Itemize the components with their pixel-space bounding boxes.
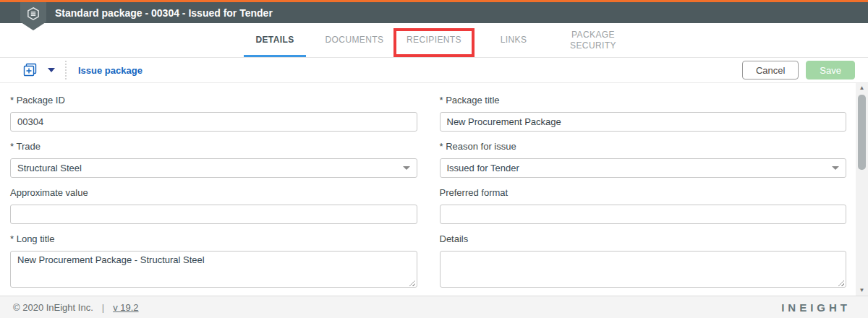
version-link[interactable]: v 19.2 — [113, 302, 138, 313]
tab-details[interactable]: DETAILS — [235, 23, 315, 57]
tab-recipients[interactable]: RECIPIENTS — [394, 23, 474, 57]
tab-links-label: LINKS — [501, 35, 527, 46]
details-label: Details — [440, 233, 847, 244]
chevron-down-icon — [832, 166, 839, 170]
preferred-format-label: Preferred format — [440, 187, 847, 198]
scroll-down-icon[interactable]: ▼ — [859, 285, 865, 296]
titlebar: Standard package - 00304 - Issued for Te… — [0, 2, 868, 23]
scrollbar-thumb[interactable] — [858, 95, 866, 170]
package-id-label: * Package ID — [10, 95, 417, 106]
issue-package-link[interactable]: Issue package — [78, 65, 142, 76]
reason-for-issue-select-value: Issued for Tender — [447, 163, 833, 173]
field-approximate-value: Approximate value — [10, 187, 417, 224]
vertical-scrollbar[interactable]: ▲ ▼ — [856, 83, 868, 296]
ineight-wordmark: INEIGHT — [781, 301, 851, 314]
page-title: Standard package - 00304 - Issued for Te… — [55, 7, 273, 19]
preferred-format-input[interactable] — [440, 205, 847, 224]
tab-package-security[interactable]: PACKAGE SECURITY — [553, 23, 633, 57]
field-reason-for-issue: * Reason for issue Issued for Tender — [440, 141, 847, 178]
trade-select-value: Structural Steel — [17, 163, 403, 173]
copyright-text: © 2020 InEight Inc. — [13, 302, 93, 313]
long-title-textarea[interactable]: New Procurement Package - Structural Ste… — [10, 251, 417, 288]
field-details: Details — [440, 233, 847, 291]
tab-bar: DETAILS DOCUMENTS RECIPIENTS LINKS PACKA… — [0, 23, 868, 58]
toolbar-divider — [65, 61, 67, 80]
tab-package-security-label: PACKAGE SECURITY — [561, 30, 626, 51]
tab-recipients-label: RECIPIENTS — [407, 35, 461, 46]
reason-for-issue-select[interactable]: Issued for Tender — [440, 158, 847, 178]
package-id-input[interactable] — [10, 112, 417, 132]
reason-for-issue-label: * Reason for issue — [440, 141, 847, 152]
details-textarea[interactable] — [440, 251, 847, 288]
approximate-value-input[interactable] — [10, 205, 417, 224]
ineight-hexagon-icon — [25, 6, 41, 22]
details-form: * Package ID * Trade Structural Steel Ap… — [0, 83, 868, 296]
toolbar: Issue package Cancel Save — [0, 58, 868, 83]
cancel-button[interactable]: Cancel — [742, 61, 799, 80]
long-title-label: * Long title — [10, 233, 417, 244]
trade-select[interactable]: Structural Steel — [10, 158, 417, 178]
field-package-id: * Package ID — [10, 95, 417, 132]
save-button[interactable]: Save — [806, 61, 855, 80]
add-package-icon[interactable] — [22, 61, 39, 79]
chevron-down-icon[interactable] — [48, 68, 55, 72]
field-long-title: * Long title New Procurement Package - S… — [10, 233, 417, 291]
approximate-value-label: Approximate value — [10, 187, 417, 198]
tab-documents-label: DOCUMENTS — [326, 35, 384, 46]
field-package-title: * Package title — [440, 95, 847, 132]
chevron-down-icon — [403, 166, 410, 170]
field-trade: * Trade Structural Steel — [10, 141, 417, 178]
package-title-label: * Package title — [440, 95, 847, 106]
tab-details-label: DETAILS — [255, 35, 294, 46]
package-title-input[interactable] — [440, 112, 847, 132]
form-right-column: * Package title * Reason for issue Issue… — [440, 90, 847, 300]
scroll-up-icon[interactable]: ▲ — [859, 83, 865, 93]
trade-label: * Trade — [10, 141, 417, 152]
field-preferred-format: Preferred format — [440, 187, 847, 224]
form-left-column: * Package ID * Trade Structural Steel Ap… — [10, 90, 417, 300]
tab-links[interactable]: LINKS — [474, 23, 553, 57]
tab-documents[interactable]: DOCUMENTS — [315, 23, 394, 57]
footer-separator: | — [102, 302, 104, 313]
